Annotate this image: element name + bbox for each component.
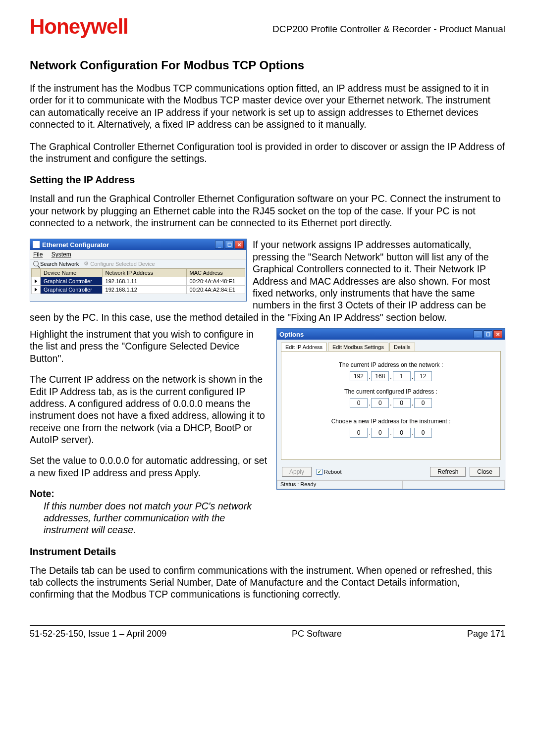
ip-dot: .	[368, 399, 371, 407]
cell-ip: 192.168.1.11	[102, 277, 186, 286]
reboot-checkbox[interactable]: ✔ Reboot	[317, 469, 341, 475]
logo: Honeywell	[30, 15, 128, 39]
cell-device-name: Graphical Controller	[41, 277, 103, 286]
footer-right: Page 171	[467, 629, 505, 639]
ip-display-configured: 0. 0. 0. 0	[286, 398, 495, 408]
checkbox-icon: ✔	[317, 469, 322, 475]
body-paragraph: If the instrument has the Modbus TCP com…	[30, 82, 505, 131]
subheading-instrument-details: Instrument Details	[30, 546, 505, 557]
page-footer: 51-52-25-150, Issue 1 – April 2009 PC So…	[30, 629, 505, 639]
menu-file[interactable]: File	[33, 251, 43, 258]
ip-octet: 0	[350, 398, 368, 408]
body-paragraph: The Graphical Controller Ethernet Config…	[30, 141, 505, 165]
refresh-button[interactable]: Refresh	[430, 467, 466, 477]
device-grid: Device Name Network IP Address MAC Addre…	[30, 268, 246, 301]
window-title: Options	[279, 331, 304, 338]
tab-edit-ip-address[interactable]: Edit IP Address	[281, 343, 327, 351]
ip-dot: .	[389, 372, 392, 380]
ip-dot: .	[411, 399, 414, 407]
body-paragraph: The Current IP address on the network is…	[30, 373, 268, 446]
cell-ip: 192.168.1.12	[102, 286, 186, 294]
tab-panel-edit-ip: The current IP address on the network : …	[281, 351, 501, 460]
ip-dot: .	[411, 372, 414, 380]
footer-center: PC Software	[292, 629, 342, 639]
ip-octet: 0	[414, 398, 432, 408]
ip-octet: 0	[393, 398, 411, 408]
document-title: DCP200 Profile Controller & Recorder - P…	[272, 15, 505, 35]
subheading-setting-ip: Setting the IP Address	[30, 174, 505, 186]
minimize-button[interactable]: _	[215, 241, 224, 249]
ip-input-new[interactable]: 0. 0. 0. 0	[286, 428, 495, 438]
configure-selected-label: Configure Selected Device	[90, 261, 155, 267]
grid-header-blank	[32, 269, 41, 277]
label-choose-new-ip: Choose a new IP address for the instrume…	[286, 418, 495, 425]
ip-dot: .	[389, 429, 392, 437]
app-icon	[33, 241, 40, 248]
maximize-button[interactable]: ☐	[483, 330, 492, 338]
tab-details[interactable]: Details	[389, 343, 415, 351]
window-titlebar[interactable]: Ethernet Configurator _ ☐ ✕	[30, 239, 246, 250]
ip-octet: 192	[350, 371, 368, 381]
ip-octet-input[interactable]: 0	[393, 428, 411, 438]
window-title: Ethernet Configurator	[42, 241, 109, 249]
label-current-configured-ip: The current configured IP address :	[286, 388, 495, 395]
close-button[interactable]: Close	[470, 467, 500, 477]
status-spacer	[402, 480, 505, 489]
body-paragraph: Highlight the instrument that you wish t…	[30, 328, 268, 364]
row-indicator-icon	[35, 279, 37, 283]
cell-mac: 00:20:4A:A4:48:E1	[186, 277, 245, 286]
cell-device-name: Graphical Controller	[41, 286, 103, 294]
ip-octet: 0	[371, 398, 389, 408]
close-button[interactable]: ✕	[493, 330, 502, 338]
window-titlebar[interactable]: Options _ ☐ ✕	[277, 329, 505, 340]
footer-left: 51-52-25-150, Issue 1 – April 2009	[30, 629, 166, 639]
ip-octet-input[interactable]: 0	[371, 428, 389, 438]
menu-bar: File System	[30, 250, 246, 259]
maximize-button[interactable]: ☐	[225, 241, 234, 249]
section-heading: Network Configuration For Modbus TCP Opt…	[30, 58, 505, 72]
button-bar: Apply ✔ Reboot Refresh Close	[277, 464, 505, 480]
body-paragraph: Set the value to 0.0.0.0 for automatic a…	[30, 454, 268, 479]
body-paragraph: Install and run the Graphical Controller…	[30, 193, 505, 229]
search-icon	[33, 261, 39, 266]
tab-strip: Edit IP Address Edit Modbus Settings Det…	[277, 340, 505, 351]
ip-dot: .	[368, 372, 371, 380]
row-indicator-icon	[35, 288, 37, 292]
body-paragraph: The Details tab can be used to confirm c…	[30, 564, 505, 601]
toolbar: Search Network ⚙ Configure Selected Devi…	[30, 259, 246, 268]
ip-dot: .	[368, 429, 371, 437]
close-button[interactable]: ✕	[235, 241, 244, 249]
note-body: If this number does not match your PC's …	[30, 500, 268, 536]
ip-octet: 168	[371, 371, 389, 381]
row-marker	[32, 277, 41, 286]
table-row[interactable]: Graphical Controller 192.168.1.12 00:20:…	[32, 286, 245, 294]
tab-edit-modbus-settings[interactable]: Edit Modbus Settings	[328, 343, 388, 351]
ip-octet: 12	[414, 371, 432, 381]
apply-button[interactable]: Apply	[282, 467, 312, 477]
status-bar: Status : Ready	[277, 480, 505, 489]
ethernet-configurator-window: Ethernet Configurator _ ☐ ✕ File System …	[30, 239, 247, 302]
label-current-network-ip: The current IP address on the network :	[286, 361, 495, 368]
search-network-label: Search Network	[40, 261, 79, 267]
footer-divider	[30, 625, 505, 626]
ip-octet-input[interactable]: 0	[350, 428, 368, 438]
cell-mac: 00:20:4A:A2:84:E1	[186, 286, 245, 294]
ip-octet-input[interactable]: 0	[414, 428, 432, 438]
minimize-button[interactable]: _	[474, 330, 482, 338]
configure-selected-device-button[interactable]: ⚙ Configure Selected Device	[84, 260, 155, 267]
ip-display-network: 192. 168. 1. 12	[286, 371, 495, 381]
menu-system[interactable]: System	[52, 251, 71, 258]
ip-dot: .	[411, 429, 414, 437]
table-row[interactable]: Graphical Controller 192.168.1.11 00:20:…	[32, 277, 245, 286]
note-label: Note:	[30, 488, 268, 500]
search-network-button[interactable]: Search Network	[33, 261, 79, 267]
reboot-label: Reboot	[324, 469, 341, 475]
gear-icon: ⚙	[84, 260, 89, 267]
grid-header-mac[interactable]: MAC Address	[186, 269, 245, 277]
status-text: Status : Ready	[277, 480, 402, 489]
row-marker	[32, 286, 41, 294]
options-window: Options _ ☐ ✕ Edit IP Address Edit Modbu…	[276, 328, 505, 490]
grid-header-ip[interactable]: Network IP Address	[102, 269, 186, 277]
grid-header-device-name[interactable]: Device Name	[41, 269, 103, 277]
ip-octet: 1	[393, 371, 411, 381]
